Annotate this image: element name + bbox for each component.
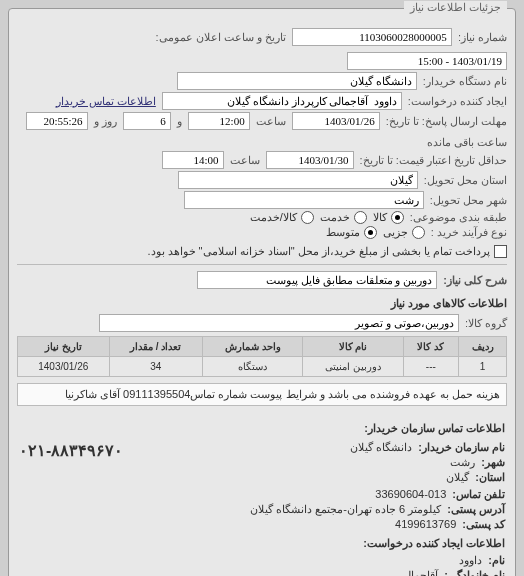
radio-dot-icon <box>354 211 367 224</box>
creator-section-title: اطلاعات ایجاد کننده درخواست: <box>19 537 505 550</box>
opt-goods-label: کالا <box>373 211 387 224</box>
row-creator: ایجاد کننده درخواست: اطلاعات تماس خریدار <box>17 92 507 110</box>
table-row[interactable]: 1 --- دوربین امنیتی دستگاه 34 1403/01/26 <box>18 357 507 377</box>
radio-goods[interactable]: کالا <box>373 211 404 224</box>
row-item-type: طبقه بندی موضوعی: کالا خدمت کالا/خدمت <box>17 211 507 224</box>
th-code: کد کالا <box>403 337 458 357</box>
contact-province-value: گیلان <box>446 471 469 484</box>
cell-unit: دستگاه <box>202 357 302 377</box>
contact-phone-row: تلفن تماس: 33690604-013 <box>19 488 505 501</box>
row-deadline: مهلت ارسال پاسخ: تا تاریخ: ساعت و روز و … <box>17 112 507 149</box>
city-input[interactable] <box>184 191 424 209</box>
creator-input[interactable] <box>162 92 402 110</box>
contact-phone-value: 33690604-013 <box>375 488 446 501</box>
row-validity: حداقل تاریخ اعتبار قیمت: تا تاریخ: ساعت <box>17 151 507 169</box>
cell-name: دوربین امنیتی <box>303 357 403 377</box>
contact-phone-label: تلفن تماس: <box>452 488 505 501</box>
th-date: تاریخ نیاز <box>18 337 110 357</box>
radio-dot-icon <box>364 226 377 239</box>
checkbox-icon <box>494 245 507 258</box>
goods-section-title: اطلاعات کالاهای مورد نیاز <box>17 297 507 310</box>
big-phone: ۰۲۱-۸۸۳۴۹۶۷۰ <box>19 441 123 460</box>
buyer-contact-link[interactable]: اطلاعات تماس خریدار <box>56 95 156 108</box>
org-label: نام سازمان خریدار: <box>418 441 505 454</box>
th-name: نام کالا <box>303 337 403 357</box>
radio-small[interactable]: جزیی <box>383 226 425 239</box>
buyer-name-input[interactable] <box>177 72 417 90</box>
contact-province-label: استان: <box>475 471 505 484</box>
purchase-note-label: پرداخت تمام یا بخشی از مبلغ خرید،از محل … <box>147 245 490 258</box>
and-label: و <box>177 115 182 128</box>
radio-goods-service[interactable]: کالا/خدمت <box>250 211 314 224</box>
radio-dot-icon <box>412 226 425 239</box>
request-no-input[interactable] <box>292 28 452 46</box>
time-label-1: ساعت <box>256 115 286 128</box>
opt-small-label: جزیی <box>383 226 408 239</box>
creator-label: ایجاد کننده درخواست: <box>408 95 507 108</box>
opt-service-label: خدمت <box>320 211 350 224</box>
row-group: گروه کالا: <box>17 314 507 332</box>
purchase-type-label: نوع فرآیند خرید : <box>431 226 507 239</box>
th-qty: تعداد / مقدار <box>109 337 202 357</box>
contact-org-row: نام سازمان خریدار: دانشگاه گیلان <box>123 441 505 454</box>
cell-row: 1 <box>459 357 507 377</box>
validity-time-input[interactable] <box>162 151 224 169</box>
province-input[interactable] <box>178 171 418 189</box>
radio-dot-icon <box>391 211 404 224</box>
radio-service[interactable]: خدمت <box>320 211 367 224</box>
deadline-date-input[interactable] <box>292 112 380 130</box>
item-type-label: طبقه بندی موضوعی: <box>410 211 507 224</box>
cell-date: 1403/01/26 <box>18 357 110 377</box>
row-request-no: شماره نیاز: تاریخ و ساعت اعلان عمومی: <box>17 28 507 70</box>
lname-value: آقاجمالی <box>399 569 438 576</box>
cell-code: --- <box>403 357 458 377</box>
opt-goods-service-label: کالا/خدمت <box>250 211 297 224</box>
panel-title: جزئیات اطلاعات نیاز <box>404 1 507 14</box>
fname-value: داوود <box>459 554 482 567</box>
row-province: استان محل تحویل: <box>17 171 507 189</box>
validity-date-input[interactable] <box>266 151 354 169</box>
checkbox-treasury[interactable]: پرداخت تمام یا بخشی از مبلغ خرید،از محل … <box>147 245 507 258</box>
org-value: دانشگاه گیلان <box>350 441 412 454</box>
buyer-name-label: نام دستگاه خریدار: <box>423 75 507 88</box>
th-row: ردیف <box>459 337 507 357</box>
contact-address-label: آدرس پستی: <box>447 503 505 516</box>
lname-label: نام خانوادگی: <box>444 569 505 576</box>
goods-table: ردیف کد کالا نام کالا واحد شمارش تعداد /… <box>17 336 507 377</box>
time-label-2: ساعت <box>230 154 260 167</box>
group-input[interactable] <box>99 314 459 332</box>
public-datetime-input[interactable] <box>347 52 507 70</box>
validity-label: حداقل تاریخ اعتبار قیمت: تا تاریخ: <box>360 154 507 167</box>
public-datetime-label: تاریخ و ساعت اعلان عمومی: <box>156 31 286 44</box>
row-buyer-name: نام دستگاه خریدار: <box>17 72 507 90</box>
contact-city-row: شهر: رشت <box>123 456 505 469</box>
city-label: شهر محل تحویل: <box>430 194 507 207</box>
general-desc-label: شرح کلی نیاز: <box>443 274 507 287</box>
radio-dot-icon <box>301 211 314 224</box>
contact-fname-row: نام: داوود <box>19 554 505 567</box>
row-city: شهر محل تحویل: <box>17 191 507 209</box>
hours-remain-label: ساعت باقی مانده <box>427 136 507 149</box>
contact-postal-value: 4199613769 <box>395 518 456 531</box>
opt-medium-label: متوسط <box>326 226 360 239</box>
details-panel: جزئیات اطلاعات نیاز شماره نیاز: تاریخ و … <box>8 8 516 576</box>
contact-section-title: اطلاعات تماس سازمان خریدار: <box>19 422 505 435</box>
contact-city-value: رشت <box>450 456 475 469</box>
divider <box>17 264 507 265</box>
contact-province-row: استان: گیلان <box>123 471 505 484</box>
contact-address-value: کیلومتر 6 جاده تهران-مجتمع دانشگاه گیلان <box>250 503 441 516</box>
hours-remain-input[interactable] <box>26 112 88 130</box>
row-general-desc: شرح کلی نیاز: <box>17 271 507 289</box>
request-no-label: شماره نیاز: <box>458 31 507 44</box>
table-header-row: ردیف کد کالا نام کالا واحد شمارش تعداد /… <box>18 337 507 357</box>
contact-city-label: شهر: <box>481 456 505 469</box>
th-unit: واحد شمارش <box>202 337 302 357</box>
province-label: استان محل تحویل: <box>424 174 507 187</box>
general-desc-input[interactable] <box>197 271 437 289</box>
group-label: گروه کالا: <box>465 317 507 330</box>
radio-medium[interactable]: متوسط <box>326 226 377 239</box>
days-remain-input[interactable] <box>123 112 171 130</box>
contact-block: اطلاعات تماس سازمان خریدار: نام سازمان خ… <box>17 414 507 576</box>
contact-address-row: آدرس پستی: کیلومتر 6 جاده تهران-مجتمع دا… <box>19 503 505 516</box>
deadline-time-input[interactable] <box>188 112 250 130</box>
